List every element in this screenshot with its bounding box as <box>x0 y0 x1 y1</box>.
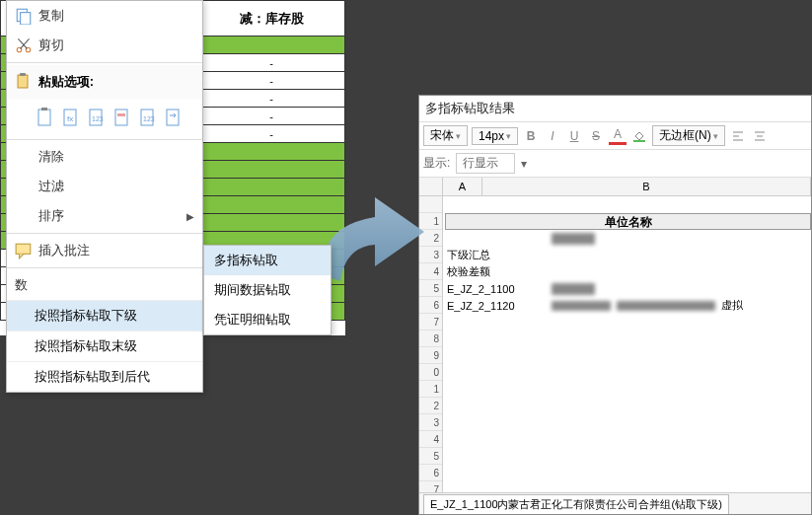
context-menu: 复制 剪切 粘贴选项: fx 123 123 清除 过滤 排序▶ 插入批注 <box>6 0 203 393</box>
menu-data-drill[interactable]: 数 <box>7 270 202 300</box>
border-select[interactable]: 无边框(N)▾ <box>652 125 725 146</box>
table-row: 校验差额 <box>443 263 811 280</box>
submenu-multi-indicator[interactable]: 多指标钻取 <box>204 246 331 275</box>
col-header-2: 减：库存股 <box>198 1 345 37</box>
col-header-B[interactable]: B <box>482 178 811 195</box>
scissors-icon <box>15 37 33 53</box>
svg-rect-20 <box>633 140 645 142</box>
table-row: E_JZ_2_1120xxxxxxx虚拟 <box>443 297 811 314</box>
paste-options-row: fx 123 123 <box>7 100 202 137</box>
menu-drill-descendants[interactable]: 按照指标钻取到后代 <box>7 361 202 392</box>
svg-text:fx: fx <box>67 114 73 123</box>
font-color-button[interactable]: A <box>609 127 627 145</box>
svg-rect-19 <box>16 244 31 254</box>
menu-drill-lower[interactable]: 按照指标钻取下级 <box>7 300 202 331</box>
display-mode-field[interactable]: 行显示 <box>456 153 515 174</box>
table-row: 下级汇总 <box>443 247 811 263</box>
table-row: E_JZ_2_1100xxxxxxxx <box>443 280 811 297</box>
svg-rect-15 <box>117 113 125 116</box>
paste-all-icon[interactable] <box>35 106 56 129</box>
unit-name-header: 单位名称 <box>445 213 811 230</box>
svg-rect-7 <box>20 73 26 76</box>
spreadsheet: A B 12345678901234567890123456 单位名称 xxxx… <box>419 178 811 505</box>
left-panel: 本公积 减：库存股 -- -- -- -- -- - - - - 复制 剪切 <box>0 0 345 335</box>
menu-filter[interactable]: 过滤 <box>7 172 202 201</box>
svg-rect-1 <box>21 13 31 25</box>
svg-rect-8 <box>38 110 50 125</box>
svg-rect-9 <box>41 108 47 110</box>
font-size-select[interactable]: 14px▾ <box>472 127 518 145</box>
paste-values-icon[interactable]: 123 <box>86 106 108 129</box>
svg-rect-6 <box>18 75 28 88</box>
italic-button[interactable]: I <box>544 127 561 145</box>
paste-format-icon[interactable] <box>111 106 133 129</box>
fill-color-button[interactable] <box>630 127 648 145</box>
svg-rect-18 <box>167 110 179 125</box>
col-header-A[interactable]: A <box>443 178 482 195</box>
result-title: 多指标钻取结果 <box>419 96 811 122</box>
redacted-text: xxx <box>552 301 611 311</box>
submenu-period-data[interactable]: 期间数据钻取 <box>204 275 331 305</box>
comment-icon <box>15 243 33 258</box>
menu-copy[interactable]: 复制 <box>7 1 202 31</box>
table-row: xxxxxxxx <box>443 230 811 247</box>
font-family-select[interactable]: 宋体▾ <box>423 125 468 146</box>
format-toolbar: 宋体▾ 14px▾ B I U S A 无边框(N)▾ <box>419 122 811 150</box>
display-toolbar: 显示: 行显示 ▾ <box>419 150 811 178</box>
align-center-button[interactable] <box>751 127 769 145</box>
menu-sort[interactable]: 排序▶ <box>7 201 202 231</box>
menu-copy-label: 复制 <box>38 7 64 25</box>
paste-transpose-icon[interactable] <box>163 106 185 129</box>
drill-submenu: 多指标钻取 期间数据钻取 凭证明细钻取 <box>203 245 332 335</box>
menu-cut-label: 剪切 <box>38 37 64 54</box>
menu-insert-comment[interactable]: 插入批注 <box>7 236 202 265</box>
svg-text:123: 123 <box>143 115 155 122</box>
submenu-voucher-detail[interactable]: 凭证明细钻取 <box>204 305 331 334</box>
sheet-tab-active[interactable]: E_JZ_1_1100内蒙古君正化工有限责任公司合并组(钻取下级) <box>423 494 729 514</box>
paste-options-header: 粘贴选项: <box>7 65 202 100</box>
redacted-text: xxxx <box>617 301 715 311</box>
paste-link-icon[interactable]: 123 <box>137 106 159 129</box>
underline-button[interactable]: U <box>565 127 583 145</box>
copy-icon <box>15 8 33 24</box>
column-headers: A B <box>419 178 811 196</box>
bold-button[interactable]: B <box>522 127 540 145</box>
redacted-text: xxxxxxxx <box>552 233 595 245</box>
svg-text:123: 123 <box>92 115 104 122</box>
sheet-tabs: E_JZ_1_1100内蒙古君正化工有限责任公司合并组(钻取下级) <box>419 492 811 514</box>
svg-rect-14 <box>115 110 127 125</box>
chevron-right-icon: ▶ <box>186 211 194 222</box>
cell-area[interactable]: 单位名称 xxxxxxxx 下级汇总 校验差额 E_JZ_2_1100xxxxx… <box>443 196 811 505</box>
display-label: 显示: <box>423 155 450 172</box>
redacted-text: xxxxxxxx <box>552 283 595 295</box>
chevron-down-icon: ▾ <box>521 157 527 171</box>
menu-cut[interactable]: 剪切 <box>7 31 202 60</box>
strike-button[interactable]: S <box>587 127 605 145</box>
align-left-button[interactable] <box>729 127 747 145</box>
menu-drill-last[interactable]: 按照指标钻取末级 <box>7 331 202 361</box>
clipboard-icon <box>15 73 31 92</box>
paste-formula-icon[interactable]: fx <box>60 106 82 129</box>
result-window: 多指标钻取结果 宋体▾ 14px▾ B I U S A 无边框(N)▾ 显示: … <box>418 95 812 515</box>
menu-clear[interactable]: 清除 <box>7 142 202 172</box>
